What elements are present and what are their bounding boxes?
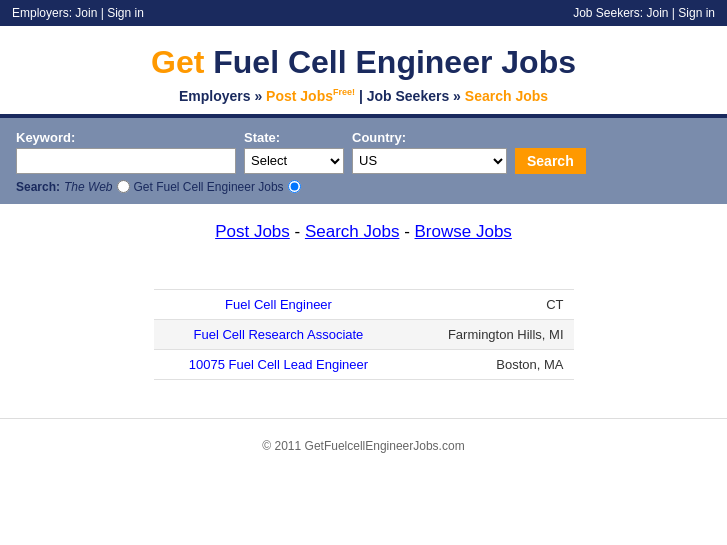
header: Get Fuel Cell Engineer Jobs Employers » … [0,26,727,114]
job-location-cell: Boston, MA [403,349,573,379]
country-select[interactable]: US [352,148,507,174]
main-content: Post Jobs - Search Jobs - Browse Jobs Re… [0,204,727,398]
job-location-cell: Farmington Hills, MI [403,319,573,349]
job-location-cell: CT [403,289,573,319]
nav-job-seekers-label: Job Seekers [367,88,450,104]
search-button[interactable]: Search [515,148,586,174]
search-section: Keyword: State: Select Country: US Searc… [0,118,727,204]
employers-topbar[interactable]: Employers: Join | Sign in [12,6,144,20]
main-links: Post Jobs - Search Jobs - Browse Jobs [10,222,717,242]
post-jobs-link[interactable]: Post Jobs [215,222,290,241]
keyword-label: Keyword: [16,130,236,145]
state-label: State: [244,130,344,145]
nav-separator: | [355,88,367,104]
table-row: Fuel Cell Research Associate Farmington … [154,319,574,349]
jobs-table-header: Recently Posted Fuel Cell Engineer Jobs [154,260,574,290]
title-get: Get [151,44,204,80]
radio-site-label: Get Fuel Cell Engineer Jobs [134,180,284,194]
nav-employers-label: Employers [179,88,251,104]
job-title-cell: Fuel Cell Research Associate [154,319,404,349]
job-link[interactable]: Fuel Cell Research Associate [194,327,364,342]
nav-arrow2: » [449,88,465,104]
search-row: Keyword: State: Select Country: US Searc… [16,130,711,174]
header-nav: Employers » Post JobsFree! | Job Seekers… [10,87,717,104]
top-bar: Employers: Join | Sign in Job Seekers: J… [0,0,727,26]
search-radio-label: Search: [16,180,60,194]
copyright: © 2011 GetFuelcellEngineerJobs.com [262,439,464,453]
radio-site[interactable] [288,180,301,193]
nav-search-jobs-link[interactable]: Search Jobs [465,88,548,104]
radio-web-label: The Web [64,180,112,194]
keyword-input[interactable] [16,148,236,174]
nav-post-jobs-link[interactable]: Post JobsFree! [266,88,355,104]
job-title-cell: 10075 Fuel Cell Lead Engineer [154,349,404,379]
state-field: State: Select [244,130,344,174]
browse-jobs-link[interactable]: Browse Jobs [415,222,512,241]
search-radio-row: Search: The Web Get Fuel Cell Engineer J… [16,180,711,194]
footer: © 2011 GetFuelcellEngineerJobs.com [0,418,727,463]
state-select[interactable]: Select [244,148,344,174]
jobs-table: Recently Posted Fuel Cell Engineer Jobs … [154,260,574,380]
sep2: - [399,222,414,241]
country-field: Country: US [352,130,507,174]
title-rest: Fuel Cell Engineer Jobs [204,44,576,80]
jobseekers-topbar[interactable]: Job Seekers: Join | Sign in [573,6,715,20]
radio-web[interactable] [117,180,130,193]
search-jobs-link[interactable]: Search Jobs [305,222,400,241]
site-title: Get Fuel Cell Engineer Jobs [10,44,717,81]
sep1: - [290,222,305,241]
free-badge: Free! [333,87,355,97]
country-label: Country: [352,130,507,145]
nav-arrow1: » [251,88,267,104]
job-link[interactable]: 10075 Fuel Cell Lead Engineer [189,357,368,372]
job-link[interactable]: Fuel Cell Engineer [225,297,332,312]
job-title-cell: Fuel Cell Engineer [154,289,404,319]
table-row: 10075 Fuel Cell Lead Engineer Boston, MA [154,349,574,379]
table-row: Fuel Cell Engineer CT [154,289,574,319]
keyword-field: Keyword: [16,130,236,174]
